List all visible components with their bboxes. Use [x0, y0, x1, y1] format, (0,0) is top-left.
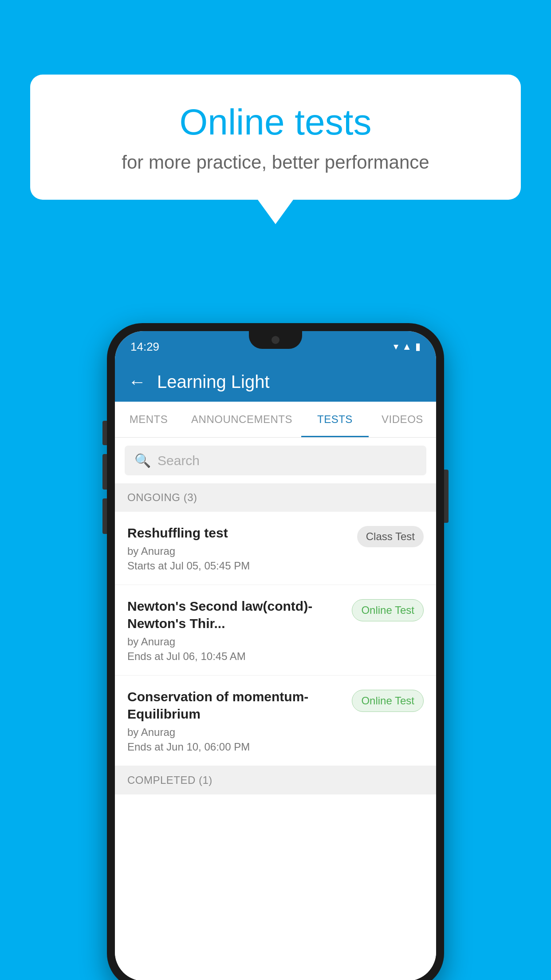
status-icons: ▾ ▲ ▮: [394, 341, 421, 352]
speech-bubble-tail: [258, 200, 293, 224]
test-content: Newton's Second law(contd)-Newton's Thir…: [127, 597, 345, 663]
test-author: by Anurag: [127, 636, 345, 648]
signal-icon: ▲: [402, 341, 412, 352]
volume-down-button[interactable]: [102, 498, 107, 534]
app-title: Learning Light: [157, 372, 270, 392]
test-content: Conservation of momentum-Equilibrium by …: [127, 688, 345, 753]
test-author: by Anurag: [127, 726, 345, 739]
search-input[interactable]: Search: [157, 453, 200, 468]
test-time: Ends at Jun 10, 06:00 PM: [127, 741, 345, 753]
search-container: 🔍 Search: [115, 438, 436, 483]
tests-list: Reshuffling test by Anurag Starts at Jul…: [115, 512, 436, 980]
status-badge: Online Test: [352, 690, 424, 712]
phone-notch: [249, 331, 302, 349]
completed-section-label: COMPLETED (1): [115, 766, 436, 794]
list-item[interactable]: Newton's Second law(contd)-Newton's Thir…: [115, 585, 436, 676]
front-camera: [272, 336, 279, 344]
speech-bubble-subtitle: for more practice, better performance: [66, 152, 485, 173]
speech-bubble-wrapper: Online tests for more practice, better p…: [30, 75, 521, 224]
test-time: Starts at Jul 05, 05:45 PM: [127, 560, 350, 572]
test-content: Reshuffling test by Anurag Starts at Jul…: [127, 524, 350, 572]
test-name: Newton's Second law(contd)-Newton's Thir…: [127, 597, 345, 632]
volume-up-button[interactable]: [102, 454, 107, 490]
status-time: 14:29: [130, 340, 159, 354]
phone-frame: 14:29 ▾ ▲ ▮ ← Learning Light MENTS ANNOU…: [107, 323, 444, 980]
tab-videos[interactable]: VIDEOS: [369, 402, 436, 437]
power-button[interactable]: [444, 470, 449, 523]
status-bar: 14:29 ▾ ▲ ▮: [115, 331, 436, 362]
test-time: Ends at Jul 06, 10:45 AM: [127, 650, 345, 663]
ongoing-section-label: ONGOING (3): [115, 483, 436, 512]
battery-icon: ▮: [415, 341, 421, 352]
volume-mute-button[interactable]: [102, 421, 107, 445]
tabs-bar: MENTS ANNOUNCEMENTS TESTS VIDEOS: [115, 402, 436, 438]
speech-bubble-title: Online tests: [66, 101, 485, 143]
list-item[interactable]: Conservation of momentum-Equilibrium by …: [115, 676, 436, 766]
wifi-icon: ▾: [394, 341, 398, 352]
back-button[interactable]: ←: [128, 372, 146, 392]
status-badge: Online Test: [352, 599, 424, 621]
speech-bubble: Online tests for more practice, better p…: [30, 75, 521, 200]
phone-screen: 14:29 ▾ ▲ ▮ ← Learning Light MENTS ANNOU…: [115, 331, 436, 980]
tab-announcements[interactable]: ANNOUNCEMENTS: [182, 402, 301, 437]
tab-ments[interactable]: MENTS: [115, 402, 182, 437]
test-name: Reshuffling test: [127, 524, 350, 541]
tab-tests[interactable]: TESTS: [301, 402, 369, 437]
list-item[interactable]: Reshuffling test by Anurag Starts at Jul…: [115, 512, 436, 585]
search-icon: 🔍: [134, 453, 151, 468]
test-author: by Anurag: [127, 545, 350, 557]
test-name: Conservation of momentum-Equilibrium: [127, 688, 345, 723]
app-header: ← Learning Light: [115, 362, 436, 402]
status-badge: Class Test: [357, 526, 424, 547]
search-input-wrapper[interactable]: 🔍 Search: [125, 446, 426, 475]
